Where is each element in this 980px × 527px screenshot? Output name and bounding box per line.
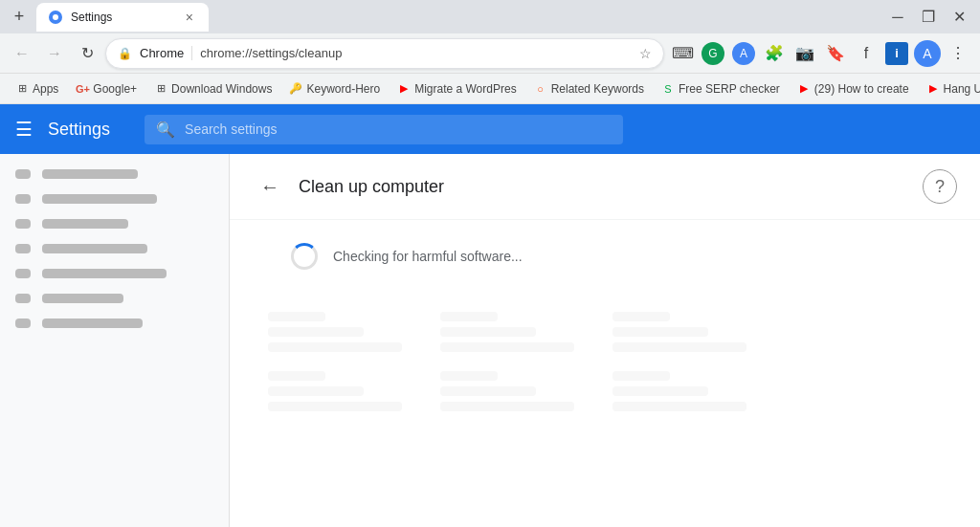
bg-item-3 [612, 312, 746, 352]
bookmark-hang-ups[interactable]: ▶ Hang Ups (Want Yo [919, 80, 980, 98]
google-plus-favicon: G+ [76, 82, 89, 96]
bookmark-related-keywords[interactable]: ○ Related Keywords [526, 80, 652, 98]
bookmark-download-windows[interactable]: ⊞ Download Windows [146, 80, 279, 98]
bookmark-apps-label: Apps [33, 82, 58, 96]
settings-menu-icon[interactable]: ☰ [15, 118, 33, 141]
profile-avatar: A [914, 40, 941, 67]
info-button[interactable]: i [882, 39, 911, 68]
bg-row-2 [268, 371, 942, 411]
settings-search-box[interactable]: 🔍 [145, 115, 623, 144]
address-bar-row: ← → ↻ 🔒 Chrome chrome://settings/cleanup… [0, 33, 980, 74]
bookmark-serp-checker[interactable]: S Free SERP checker [654, 80, 788, 98]
bg-item-2 [440, 312, 574, 352]
bg-line [612, 371, 670, 381]
bookmark-apps[interactable]: ⊞ Apps [8, 80, 66, 98]
how-to-favicon: ▶ [797, 82, 811, 96]
user-button[interactable]: A [913, 39, 942, 68]
help-button[interactable]: ? [923, 169, 957, 204]
sidebar-item-1 [0, 162, 229, 187]
search-input[interactable] [185, 121, 612, 137]
bookmark-migrate-label: Migrate a WordPres [414, 82, 516, 96]
site-name: Chrome [140, 46, 192, 60]
migrate-favicon: ▶ [397, 82, 411, 96]
left-sidebar [0, 154, 230, 527]
bg-line [440, 312, 498, 321]
bg-item-6 [612, 371, 746, 411]
checking-row: Checking for harmful software... [230, 220, 980, 293]
address-url: chrome://settings/cleanup [200, 46, 632, 60]
window-controls: ─ ❐ ✕ [884, 4, 972, 31]
settings-tab[interactable]: Settings × [36, 3, 209, 32]
sidebar-item-3 [0, 211, 229, 236]
bookmark-keyword-hero[interactable]: 🔑 Keyword-Hero [281, 80, 388, 98]
title-bar-left: + Settings × [8, 3, 209, 32]
sidebar-item-4 [0, 236, 229, 261]
more-menu-button[interactable]: ⋮ [944, 39, 972, 68]
bg-line [440, 327, 536, 337]
bg-line [268, 342, 402, 352]
close-button[interactable]: ✕ [946, 4, 972, 31]
bg-line [612, 402, 746, 411]
bookmark-how-to-create[interactable]: ▶ (29) How to create [790, 80, 917, 98]
bg-row-1 [268, 312, 942, 352]
bookmark-migrate-wordpress[interactable]: ▶ Migrate a WordPres [390, 80, 523, 98]
toolbar-icons: ⌨ G A 🧩 📷 🔖 f i A ⋮ [668, 39, 972, 68]
lock-icon: 🔒 [118, 47, 132, 60]
back-button[interactable]: ← [253, 169, 287, 204]
bg-item-1 [268, 312, 402, 352]
search-icon: 🔍 [156, 121, 175, 139]
address-bar-icons: ☆ [639, 46, 652, 61]
extensions-button[interactable]: 🧩 [760, 39, 789, 68]
address-bar[interactable]: 🔒 Chrome chrome://settings/cleanup ☆ [105, 38, 664, 69]
right-content: ← Clean up computer ? Checking for harmf… [230, 154, 980, 527]
facebook-button[interactable]: f [852, 39, 880, 68]
command-palette-button[interactable]: ⌨ [668, 39, 697, 68]
bookmark-google-plus[interactable]: G+ Google+ [68, 80, 145, 98]
keyword-hero-favicon: 🔑 [289, 82, 302, 96]
bookmark-serp-label: Free SERP checker [679, 82, 780, 96]
tab-favicon [48, 10, 63, 25]
bg-line [440, 402, 574, 411]
bg-line [612, 327, 708, 337]
bg-item-5 [440, 371, 574, 411]
avatar-button[interactable]: A [729, 39, 758, 68]
profile-icon-green[interactable]: G [699, 39, 727, 68]
serp-favicon: S [661, 82, 675, 96]
bookmark-button[interactable]: 🔖 [821, 39, 850, 68]
loading-spinner [291, 243, 318, 270]
bg-line [268, 402, 402, 411]
settings-title: Settings [48, 120, 110, 140]
hang-ups-favicon: ▶ [926, 82, 940, 96]
restore-button[interactable]: ❐ [915, 4, 942, 31]
bg-line [440, 342, 574, 352]
cleanup-page-title: Clean up computer [299, 177, 444, 197]
bookmark-hang-ups-label: Hang Ups (Want Yo [944, 82, 980, 96]
title-bar: + Settings × ─ ❐ ✕ [0, 0, 980, 33]
bookmark-download-windows-label: Download Windows [171, 82, 272, 96]
apps-favicon: ⊞ [15, 82, 29, 96]
cleanup-title-row: ← Clean up computer [253, 169, 444, 204]
minimize-button[interactable]: ─ [884, 4, 911, 31]
reload-button[interactable]: ↻ [73, 39, 101, 68]
star-icon[interactable]: ☆ [639, 46, 652, 61]
bg-line [268, 386, 364, 396]
screenshot-button[interactable]: 📷 [791, 39, 819, 68]
bg-line [440, 371, 498, 381]
sidebar-item-2 [0, 187, 229, 211]
bg-line [440, 386, 536, 396]
back-button[interactable]: ← [8, 39, 36, 68]
forward-button[interactable]: → [40, 39, 69, 68]
windows-favicon: ⊞ [154, 82, 167, 96]
new-tab-button[interactable]: + [8, 6, 31, 29]
bookmark-google-plus-label: Google+ [93, 82, 137, 96]
tab-title: Settings [71, 11, 174, 24]
bg-line [268, 312, 325, 321]
bookmarks-bar: ⊞ Apps G+ Google+ ⊞ Download Windows 🔑 K… [0, 74, 980, 104]
bg-line [612, 386, 708, 396]
bg-line [268, 371, 325, 381]
sidebar-item-7 [0, 311, 229, 336]
tab-close-button[interactable]: × [182, 8, 197, 27]
bookmark-keyword-hero-label: Keyword-Hero [306, 82, 380, 96]
bg-line [612, 342, 746, 352]
related-keywords-favicon: ○ [534, 82, 547, 96]
